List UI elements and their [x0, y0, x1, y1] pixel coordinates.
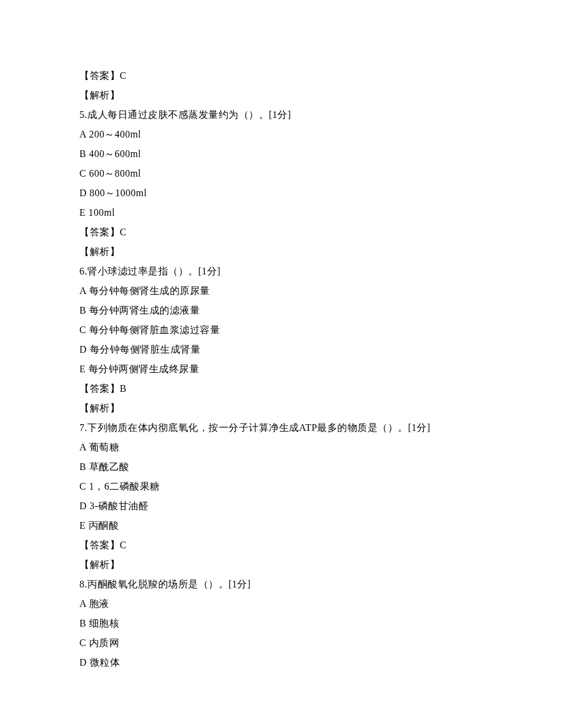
- question-7-option-d: D 3-磷酸甘油醛: [79, 496, 562, 516]
- question-5-option-c: C 600～800ml: [79, 164, 562, 183]
- explanation-label: 【解析】: [79, 86, 562, 105]
- answer-line: 【答案】C: [79, 222, 562, 242]
- question-7-option-c: C 1，6二磷酸果糖: [79, 477, 562, 496]
- question-8-option-c: C 内质网: [79, 633, 562, 653]
- question-7-option-a: A 葡萄糖: [79, 438, 562, 457]
- question-5-option-a: A 200～400ml: [79, 125, 562, 144]
- question-6-option-d: D 每分钟每侧肾脏生成肾量: [79, 340, 562, 359]
- answer-line: 【答案】B: [79, 379, 562, 399]
- answer-line: 【答案】C: [79, 66, 562, 86]
- question-5-option-d: D 800～1000ml: [79, 183, 562, 203]
- document-page: 【答案】C 【解析】 5.成人每日通过皮肤不感蒸发量约为（）。[1分] A 20…: [0, 0, 562, 728]
- question-7-option-e: E 丙酮酸: [79, 516, 562, 535]
- question-6-option-e: E 每分钟两侧肾生成终尿量: [79, 359, 562, 379]
- explanation-label: 【解析】: [79, 555, 562, 575]
- explanation-label: 【解析】: [79, 242, 562, 262]
- question-7-option-b: B 草酰乙酸: [79, 457, 562, 477]
- question-7-stem: 7.下列物质在体内彻底氧化，按一分子计算净生成ATP最多的物质是（）。[1分]: [79, 418, 562, 438]
- question-8-option-d: D 微粒体: [79, 653, 562, 672]
- question-8-option-a: A 胞液: [79, 594, 562, 614]
- answer-line: 【答案】C: [79, 535, 562, 555]
- question-5-option-e: E 100ml: [79, 203, 562, 222]
- question-5-stem: 5.成人每日通过皮肤不感蒸发量约为（）。[1分]: [79, 105, 562, 125]
- question-8-option-b: B 细胞核: [79, 614, 562, 633]
- question-6-option-b: B 每分钟两肾生成的滤液量: [79, 301, 562, 320]
- explanation-label: 【解析】: [79, 399, 562, 418]
- question-8-stem: 8.丙酮酸氧化脱羧的场所是（）。[1分]: [79, 575, 562, 594]
- question-6-option-a: A 每分钟每侧肾生成的原尿量: [79, 281, 562, 301]
- question-5-option-b: B 400～600ml: [79, 144, 562, 164]
- question-6-option-c: C 每分钟每侧肾脏血浆滤过容量: [79, 320, 562, 340]
- question-6-stem: 6.肾小球滤过率是指（）。[1分]: [79, 262, 562, 281]
